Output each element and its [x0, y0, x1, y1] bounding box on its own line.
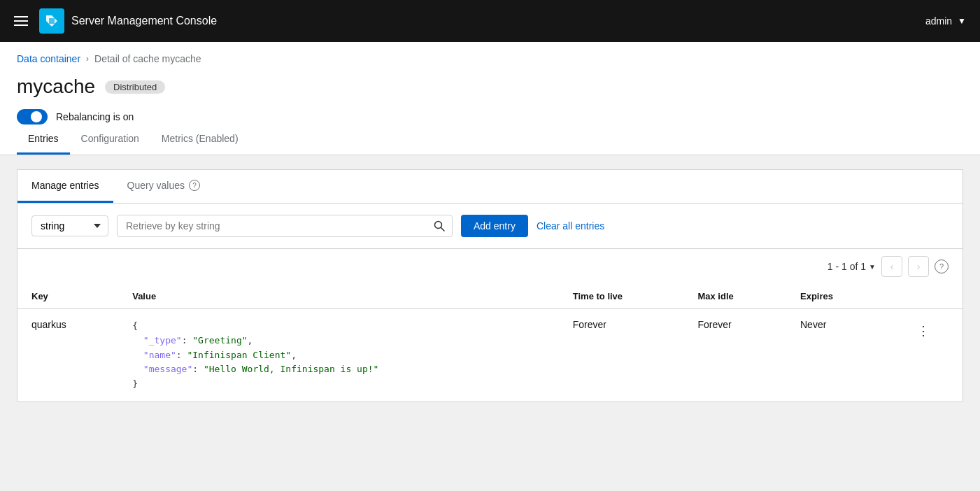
- pagination-caret-icon[interactable]: ▼: [869, 263, 876, 271]
- pagination-help-icon[interactable]: ?: [935, 259, 949, 273]
- row-actions-button[interactable]: ⋮: [913, 322, 934, 340]
- cell-max-idle: Forever: [683, 309, 786, 401]
- tab-metrics[interactable]: Metrics (Enabled): [150, 124, 250, 155]
- logo-icon: [39, 8, 64, 34]
- subtab-manage-label: Manage entries: [31, 180, 99, 191]
- col-value: Value: [118, 284, 559, 309]
- user-menu[interactable]: admin ▼: [925, 15, 966, 27]
- col-ttl: Time to live: [559, 284, 684, 309]
- pagination-info: 1 - 1 of 1 ▼: [828, 261, 876, 272]
- tabs-bar: Entries Configuration Metrics (Enabled): [0, 124, 980, 155]
- search-icon: [434, 220, 445, 232]
- breadcrumb-area: Data container › Detail of cache mycache: [0, 42, 980, 70]
- key-type-select[interactable]: string integer long float double boolean…: [31, 215, 108, 236]
- entries-panel: Manage entries Query values ? string int…: [17, 169, 963, 402]
- col-max-idle: Max idle: [683, 284, 786, 309]
- toggle-label: Rebalancing is on: [56, 111, 134, 122]
- admin-label: admin: [925, 15, 952, 27]
- col-key: Key: [17, 284, 118, 309]
- table-row: quarkus { "_type": "Greeting", "name": "…: [17, 309, 963, 401]
- pagination-prev-button[interactable]: ‹: [881, 256, 902, 277]
- tab-entries[interactable]: Entries: [17, 124, 70, 155]
- entries-toolbar: string integer long float double boolean…: [17, 204, 963, 249]
- col-expires: Expires: [786, 284, 884, 309]
- app-title: Server Management Console: [71, 15, 217, 27]
- breadcrumb: Data container › Detail of cache mycache: [17, 53, 963, 64]
- query-help-icon[interactable]: ?: [189, 180, 200, 191]
- breadcrumb-current: Detail of cache mycache: [94, 53, 201, 64]
- toggle-area: Rebalancing is on: [0, 98, 980, 124]
- clear-all-entries-button[interactable]: Clear all entries: [537, 220, 604, 232]
- page-title: mycache: [17, 76, 95, 98]
- page-header: mycache Distributed: [0, 70, 980, 98]
- pagination-bar: 1 - 1 of 1 ▼ ‹ › ?: [17, 249, 963, 284]
- user-caret-icon: ▼: [958, 16, 966, 26]
- search-wrap: [117, 215, 453, 237]
- cell-expires: Never: [786, 309, 884, 401]
- subtab-manage-entries[interactable]: Manage entries: [17, 170, 113, 203]
- rebalancing-toggle[interactable]: [17, 109, 48, 124]
- cache-type-badge: Distributed: [105, 80, 165, 94]
- topnav: Server Management Console admin ▼: [0, 0, 980, 42]
- subtab-query-label: Query values: [127, 180, 185, 191]
- entries-table: Key Value Time to live Max idle Expires …: [17, 284, 963, 401]
- main-content: Manage entries Query values ? string int…: [0, 155, 980, 416]
- subtab-query-values[interactable]: Query values ?: [113, 170, 214, 203]
- cell-value: { "_type": "Greeting", "name": "Infinisp…: [118, 309, 559, 401]
- cell-ttl: Forever: [559, 309, 684, 401]
- search-input[interactable]: [117, 215, 453, 237]
- cell-key: quarkus: [17, 309, 118, 401]
- breadcrumb-separator: ›: [86, 54, 89, 64]
- menu-button[interactable]: [14, 16, 28, 26]
- breadcrumb-parent-link[interactable]: Data container: [17, 53, 80, 64]
- logo-area: Server Management Console: [39, 8, 217, 34]
- pagination-next-button[interactable]: ›: [908, 256, 929, 277]
- search-button[interactable]: [426, 215, 453, 237]
- svg-line-1: [441, 228, 445, 232]
- col-actions: [884, 284, 963, 309]
- tab-configuration[interactable]: Configuration: [70, 124, 150, 155]
- add-entry-button[interactable]: Add entry: [461, 215, 528, 237]
- cell-row-actions: ⋮: [884, 309, 963, 401]
- subtabs: Manage entries Query values ?: [17, 170, 963, 204]
